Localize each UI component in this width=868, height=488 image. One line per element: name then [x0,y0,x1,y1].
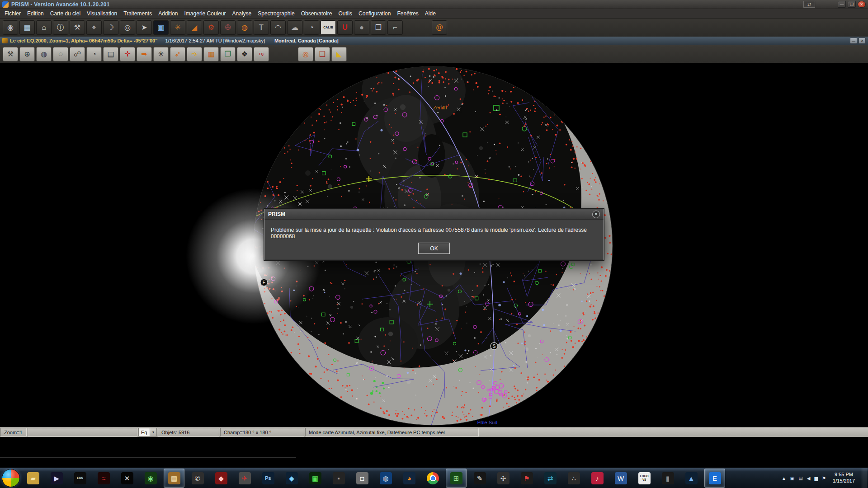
taskbar-dots-app[interactable]: ∴ [563,469,584,488]
taskbar-sync-arrows-app[interactable]: ⇄ [540,469,561,488]
taskbar-red-swoosh-app[interactable]: ≈ [93,469,114,488]
tray-app-icon[interactable]: ▣ [790,476,794,481]
window-button[interactable]: ❐ [371,20,386,35]
tray-network-icon[interactable]: ▆ [814,476,818,481]
menu-item[interactable]: Imagerie Couleur [181,9,229,18]
taskbar-chrome[interactable] [422,469,443,488]
taskbar-pinwheel-app[interactable]: ✣ [493,469,514,488]
menu-item[interactable]: Traitements [120,9,155,18]
menu-item[interactable]: Edition [24,9,47,18]
menu-item[interactable]: Analyse [229,9,255,18]
map-close-button[interactable]: ✕ [859,38,866,44]
calib-button[interactable]: CALIB [321,20,336,35]
start-button[interactable] [2,469,20,487]
taskbar-blue-globe-app[interactable]: ◍ [375,469,396,488]
advance-time-button[interactable]: ➩ [187,47,202,61]
clock-dial-button[interactable]: ◔ [304,20,319,35]
galaxy-button[interactable]: @ [432,20,447,35]
taskbar-green-disc-app[interactable]: ◉ [140,469,161,488]
protractor-button[interactable]: ◣ [331,47,347,61]
menu-item[interactable]: Addition [155,9,181,18]
combo-dropdown-icon[interactable]: ▼ [150,428,156,436]
minimize-button[interactable]: — [838,1,846,8]
telescope-goto-button[interactable]: ⌖ [86,20,102,35]
planet-button[interactable]: ☽ [103,20,118,35]
menu-item[interactable]: Fenêtres [394,9,421,18]
save-button[interactable]: ▦ [19,20,35,35]
tray-volume-icon[interactable]: ◀ [807,476,811,481]
tray-flag-icon[interactable]: ⚑ [822,476,826,481]
magnet-button[interactable]: U [337,20,353,35]
taskbar-sky-chart-app[interactable]: ⊞ [446,469,467,488]
export-image-button[interactable]: ❐ [220,47,236,61]
tray-display-icon[interactable]: ▤ [798,476,802,481]
screen-button[interactable]: ▣ [153,20,169,35]
flat-field-button[interactable]: T [254,20,269,35]
taskbar-firefox[interactable]: ◕ [399,469,420,488]
menu-item[interactable]: Observatoire [298,9,335,18]
undo-view-button[interactable]: ➥ [137,47,152,61]
taskbar-media-player[interactable]: ▶ [46,469,67,488]
taskbar-dark-app[interactable]: ▮ [657,469,678,488]
dome-button[interactable]: ◢ [187,20,202,35]
globe-dashed-button[interactable]: ◌ [53,47,68,61]
show-desktop-button[interactable] [862,468,867,488]
comet-tool-button[interactable]: ➶ [170,47,185,61]
center-target-button[interactable]: ✛ [120,47,135,61]
taskbar-lock-app[interactable]: ◘ [352,469,373,488]
pointer-button[interactable]: ➤ [137,20,152,35]
taskbar-e-app[interactable]: E [704,469,725,488]
globe-grid-button[interactable]: ◍ [36,47,52,61]
taskbar-pen-tool-app[interactable]: ✎ [469,469,490,488]
taskbar-flag-app[interactable]: ⚑ [516,469,537,488]
dialog-close-button[interactable]: ✕ [592,211,600,218]
menu-item[interactable]: Visualisation [84,9,120,18]
menu-item[interactable]: Configuration [355,9,394,18]
eyepiece-button[interactable]: ◎ [120,20,135,35]
autoguider-button[interactable]: ✇ [220,20,236,35]
menu-item[interactable]: Fichier [1,9,24,18]
taskbar-gray-app[interactable]: ▪ [328,469,349,488]
taskbar-logos-v8[interactable]: LOGO V8 [634,469,655,488]
weather-button[interactable]: ☁ [287,20,302,35]
selection-box-button[interactable]: ❑ [315,47,330,61]
compass-rose-button[interactable]: ◎ [298,47,313,61]
gray-tool-button[interactable]: ● [354,20,369,35]
menu-item[interactable]: Carte du ciel [47,9,84,18]
maximize-button[interactable]: ❐ [848,1,856,8]
taskbar-backyard-eos[interactable]: EOS [70,469,90,488]
menu-item[interactable]: Aide [422,9,439,18]
taskbar-word[interactable]: W [610,469,631,488]
menu-item[interactable]: Spectrographie [255,9,297,18]
spider-diagram-button[interactable]: ✳ [170,20,185,35]
histogram-button[interactable]: ⌐ [387,20,403,35]
info-button[interactable]: ⓘ [53,20,68,35]
reduce-field-button[interactable]: ✳ [153,47,169,61]
close-button[interactable]: ✕ [858,1,866,8]
ephemeris-table-button[interactable]: ▦ [203,47,219,61]
taskbar-music-app[interactable]: ♪ [587,469,608,488]
taskbar-blue-triangle-app[interactable]: ▲ [681,469,702,488]
zoom-button[interactable]: ⊕ [19,47,35,61]
sky-map[interactable]: E S Zenith Pôle Sud PRISM ✕ Problème sur… [0,63,868,427]
taskbar-photoshop[interactable]: Ps [258,469,278,488]
taskbar-plane-app[interactable]: ✈ [234,469,255,488]
filter-wheel-button[interactable]: ◍ [237,20,252,35]
map-tools-button[interactable]: ⚒ [3,47,18,61]
expand-field-button[interactable]: ❖ [237,47,252,61]
observatory-button[interactable]: ⌂ [36,20,52,35]
taskbar-red-tool-app[interactable]: ◆ [211,469,231,488]
map-minimize-button[interactable]: — [850,38,857,44]
ok-button[interactable]: OK [418,243,450,254]
setup-tools-button[interactable]: ⚒ [70,20,85,35]
taskbar-gem-app[interactable]: ◆ [281,469,302,488]
frame-combo[interactable]: Eq ▼ [138,428,157,436]
eq-az-toggle-button[interactable]: EQ [254,47,269,61]
taskbar-phone-app[interactable]: ✆ [187,469,208,488]
dome-shutter-button[interactable]: ◠ [270,20,286,35]
flip-window-button[interactable]: ⇄ [803,1,815,8]
compass-dial-button[interactable]: ◔ [86,47,102,61]
observer-view-button[interactable]: ☍ [70,47,85,61]
print-button[interactable]: ▤ [103,47,118,61]
mount-control-button[interactable]: ⚙ [203,20,219,35]
